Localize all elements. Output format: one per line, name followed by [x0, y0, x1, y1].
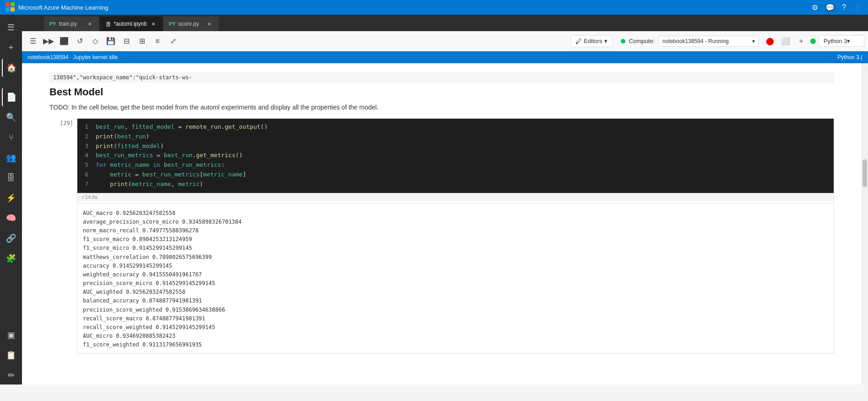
output-line: f1_score_micro 0.9145299145299145 [83, 244, 828, 253]
compute-status-dot [621, 39, 625, 44]
tab-automl-close[interactable]: ✕ [150, 20, 157, 27]
restart-kernel-button[interactable]: ⬜ [779, 35, 792, 48]
content-area: PY train.py ✕ 📓 *automl.ipynb ✕ PY score… [22, 15, 868, 385]
notebook-area[interactable]: 138594","workspace_name":"quick-starts-w… [22, 63, 862, 385]
code-block: 1 best_run, fitted_model = remote_run.ge… [77, 119, 834, 193]
sidebar-search-icon[interactable]: 🔍 [2, 108, 20, 126]
sidebar-home-icon[interactable]: 🏠 [2, 59, 20, 77]
status-text: notebook138594 · Jupyter kernel idle [27, 54, 118, 60]
sidebar-notebook-icon[interactable]: 📋 [2, 346, 20, 364]
code-line-2: 2 print(best_run) [81, 132, 830, 142]
kernel-label: Python 3 [824, 38, 847, 44]
add-button[interactable]: + [795, 35, 808, 48]
tab-train[interactable]: PY train.py ✕ [44, 16, 99, 31]
tab-train-label: train.py [59, 21, 77, 27]
left-sidebar: ☰ + 🏠 📄 🔍 ⑂ 👥 🗄 ⚡ 🧠 🔗 🧩 ▣ 📋 ✏ [0, 15, 22, 385]
svg-rect-1 [11, 2, 15, 6]
sidebar-new-icon[interactable]: + [2, 38, 20, 57]
markdown-button[interactable]: ≡ [150, 34, 165, 49]
tab-train-close[interactable]: ✕ [86, 20, 93, 27]
right-scrollbar[interactable] [862, 63, 868, 385]
output-line: precision_score_weighted 0.9153869634638… [83, 306, 828, 314]
code-line-5: 5 for metric_name in best_run_metrics: [81, 160, 830, 170]
sidebar-menu-icon[interactable]: ☰ [2, 18, 20, 37]
kernel-status-dot [810, 38, 816, 44]
tab-automl-icon: 📓 [105, 22, 111, 27]
export-button[interactable]: ⤢ [166, 34, 180, 49]
sidebar-terminal-icon[interactable]: ▣ [2, 326, 20, 344]
clear-button[interactable]: ◇ [88, 34, 103, 49]
output-line: f1_score_macro 0.8904253213124959 [83, 235, 828, 244]
output-line: precision_score_micro 0.9145299145299145 [83, 279, 828, 288]
sidebar-git-icon[interactable]: ⑂ [2, 128, 20, 147]
compute-chevron-icon: ▾ [752, 38, 755, 44]
sidebar-data-icon[interactable]: 🗄 [2, 169, 20, 187]
code-line-3: 3 print(fitted_model) [81, 142, 830, 151]
svg-rect-3 [11, 7, 15, 11]
compute-area: Compute: notebook138594 - Running ▾ [621, 36, 759, 47]
output-line: AUC_macro 0.9256203247582558 [83, 209, 828, 218]
stop-button[interactable]: ⬛ [57, 34, 71, 49]
status-bar: notebook138594 · Jupyter kernel idle Pyt… [22, 51, 868, 63]
split-editor-button[interactable]: ⊟ [119, 34, 134, 49]
cell-number: [29] [49, 118, 77, 203]
code-line-6: 6 metric = best_run_metrics[metric_name] [81, 170, 830, 180]
run-all-button[interactable]: ▶▶ [41, 34, 56, 49]
hamburger-button[interactable]: ☰ [26, 34, 40, 49]
json-output-line: 138594","workspace_name":"quick-starts-w… [49, 72, 834, 82]
stop-kernel-button[interactable]: ⬤ [764, 35, 776, 48]
save-button[interactable]: 💾 [103, 34, 118, 49]
help-icon[interactable]: ? [842, 3, 846, 11]
editors-label: Editors [584, 38, 602, 44]
output-line: AUC_micro 0.9346920885382423 [83, 332, 828, 341]
svg-rect-0 [5, 2, 10, 6]
code-line-4: 4 best_run_metrics = best_run.get_metric… [81, 151, 830, 160]
compute-select[interactable]: notebook138594 - Running ▾ [658, 36, 759, 47]
output-line: accuracy 0.9145299145299145 [83, 262, 828, 270]
tab-score-close[interactable]: ✕ [206, 20, 213, 27]
sidebar-explorer-icon[interactable]: 📄 [2, 88, 20, 106]
output-line: weighted_accuracy 0.9415550491961767 [83, 270, 828, 279]
output-line: matthews_correlation 0.7898026575696399 [83, 253, 828, 262]
toggle-output-button[interactable]: ⊞ [135, 34, 149, 49]
tab-score[interactable]: PY score.py ✕ [163, 16, 218, 31]
sidebar-edit-icon[interactable]: ✏ [2, 366, 20, 385]
sidebar-endpoints-icon[interactable]: 🔗 [2, 229, 20, 247]
settings-icon[interactable]: ⚙ [812, 3, 818, 12]
best-model-section: Best Model TODO: In the cell below, get … [49, 86, 834, 111]
sidebar-jobs-icon[interactable]: ⚡ [2, 189, 20, 207]
sidebar-components-icon[interactable]: 🧩 [2, 249, 20, 268]
editors-chevron-icon: ▾ [604, 38, 608, 44]
output-line: AUC_weighted 0.9256203247582558 [83, 288, 828, 297]
restart-button[interactable]: ↺ [72, 34, 87, 49]
editors-button[interactable]: 🖊 Editors ▾ [570, 35, 612, 47]
kernel-version: Python 3.( [837, 54, 863, 60]
compute-label: Compute: [629, 38, 655, 44]
title-bar-icons: ⚙ 💬 ? 👤 [812, 3, 863, 12]
output-line: recall_score_macro 0.8748877941981391 [83, 314, 828, 323]
todo-text: TODO: In the cell below, get the best mo… [49, 104, 834, 111]
tab-score-icon: PY [169, 21, 176, 27]
best-model-heading: Best Model [49, 86, 834, 98]
cell-content[interactable]: 1 best_run, fitted_model = remote_run.ge… [77, 118, 834, 203]
scrollbar-thumb[interactable] [863, 159, 867, 187]
tab-automl[interactable]: 📓 *automl.ipynb ✕ [100, 16, 163, 31]
app-title: Microsoft Azure Machine Learning [18, 4, 108, 11]
code-cell-29: [29] 1 best_run, fitted_model = remote_r… [49, 118, 834, 203]
tab-train-icon: PY [49, 21, 56, 27]
tab-score-label: score.py [178, 21, 199, 27]
sidebar-models-icon[interactable]: 🧠 [2, 209, 20, 227]
compute-value: notebook138594 - Running [662, 38, 729, 44]
output-line: f1_score_weighted 0.9113179656991935 [83, 341, 828, 349]
tab-automl-label: *automl.ipynb [114, 21, 147, 27]
sidebar-people-icon[interactable]: 👥 [2, 148, 20, 167]
output-line: average_precision_score_micro 0.93458983… [83, 218, 828, 226]
account-icon[interactable]: 👤 [853, 3, 863, 12]
kernel-select[interactable]: Python 3 ▾ [819, 35, 864, 47]
azure-logo-icon [5, 2, 15, 13]
pen-icon: 🖊 [575, 38, 582, 45]
feedback-icon[interactable]: 💬 [825, 3, 835, 12]
output-line: recall_score_weighted 0.9145299145299145 [83, 323, 828, 332]
toolbar-actions: ⬤ ⬜ + Python 3 ▾ [764, 35, 864, 48]
tab-bar: PY train.py ✕ 📓 *automl.ipynb ✕ PY score… [22, 15, 868, 31]
